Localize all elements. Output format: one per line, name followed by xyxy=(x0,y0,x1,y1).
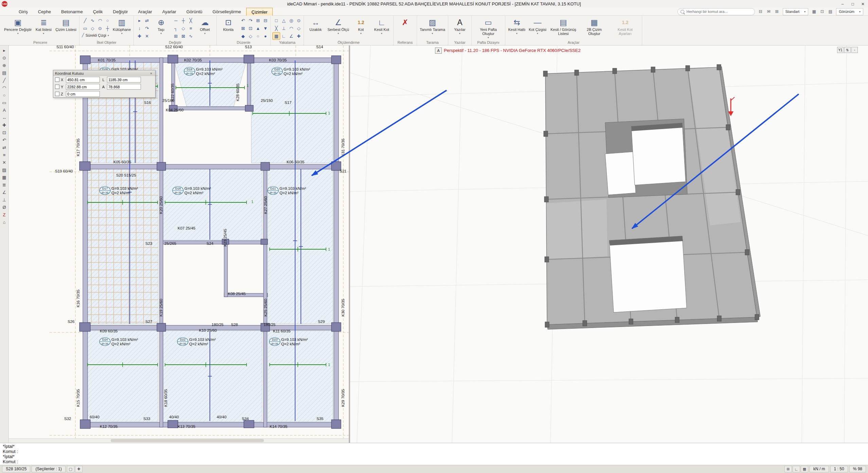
scrollbar-thumb[interactable] xyxy=(111,439,264,442)
tab-Çizimler[interactable]: Çizimler xyxy=(246,8,273,16)
circle-tool-icon[interactable]: ○ xyxy=(1,92,8,98)
klonla-button[interactable]: ⊡Klonla xyxy=(218,17,238,32)
kesit-kot-ayarlari-button[interactable]: 1.2Kesit Kot Ayarları xyxy=(610,17,640,36)
panel-toggle-icon[interactable]: ⊟ xyxy=(757,8,764,15)
osnap-toggle-icon[interactable]: ⊡ xyxy=(818,8,826,15)
erase-icon[interactable]: ✕ xyxy=(143,32,151,40)
yazilar-button[interactable]: AYazılar▾ xyxy=(450,17,470,36)
layers-panel-icon[interactable]: ▤ xyxy=(1,69,8,76)
tab-Betonarme[interactable]: Betonarme xyxy=(56,8,88,15)
group-icon[interactable]: ⊠ xyxy=(239,24,247,32)
command-history[interactable]: *İptal*Komut :*İptal*Komut : xyxy=(0,443,868,465)
rectangle-tool-icon[interactable]: ▭ xyxy=(1,99,8,106)
tab-Ayarlar[interactable]: Ayarlar xyxy=(157,8,181,15)
pan-tool-icon[interactable]: ⊕ xyxy=(1,62,8,69)
align-tool-icon[interactable]: ≡ xyxy=(1,151,8,158)
z-axis-tool-icon[interactable]: Z xyxy=(1,211,8,218)
plan-horizontal-scrollbar[interactable] xyxy=(9,438,349,443)
ungroup-icon[interactable]: ⊡ xyxy=(247,24,254,32)
fillet-icon[interactable]: ┐ xyxy=(172,24,180,32)
selection-filter-icon[interactable]: ▢ xyxy=(67,466,74,472)
region-tool-icon[interactable]: ▦ xyxy=(1,174,8,181)
home-view-icon[interactable]: ⌂ xyxy=(1,219,8,225)
mail-icon[interactable]: ✉ xyxy=(765,8,773,15)
bring-front-icon[interactable]: ▲ xyxy=(254,24,262,32)
select-icon[interactable]: ▸ xyxy=(135,17,143,24)
paste-object-icon[interactable]: ⊟ xyxy=(261,17,269,24)
polar-snap-icon[interactable]: ∠ xyxy=(287,32,295,40)
point-icon[interactable]: ⊙ xyxy=(96,24,104,32)
standart-combo[interactable]: Standart▾ xyxy=(783,8,809,15)
perspective-canvas[interactable] xyxy=(350,46,868,443)
perpendicular-tool-icon[interactable]: ⊥ xyxy=(1,196,8,203)
z-lock-checkbox[interactable] xyxy=(55,92,59,96)
trim-icon[interactable]: ─ xyxy=(172,17,180,24)
unlock-icon[interactable]: ◇ xyxy=(247,32,254,40)
tab-Araçlar[interactable]: Araçlar xyxy=(133,8,157,15)
pick-add-icon[interactable]: ✚ xyxy=(75,466,83,472)
tangent-snap-icon[interactable]: ◠ xyxy=(287,24,295,32)
scale-icon[interactable]: ⊠ xyxy=(179,32,187,40)
endpoint-snap-icon[interactable]: □ xyxy=(272,17,280,24)
x-coordinate-field[interactable] xyxy=(66,77,100,83)
tab-Görselleştirme[interactable]: Görselleştirme xyxy=(207,8,246,15)
y-lock-checkbox[interactable] xyxy=(55,85,59,89)
circle-icon[interactable]: ○ xyxy=(104,17,111,24)
line-icon[interactable]: ╱ xyxy=(81,17,89,24)
tab-Giriş[interactable]: Giriş xyxy=(14,8,33,15)
coordinate-box[interactable]: Koordinat Kutusu × X L Y A Z xyxy=(53,70,156,98)
select-tool-icon[interactable]: ▸ xyxy=(1,47,8,54)
yeni-pafta-olustur-button[interactable]: ▭Yeni Pafta Oluştur▾ xyxy=(473,17,503,40)
mirror-tool-icon[interactable]: ⇄ xyxy=(1,144,8,151)
close-button[interactable]: ✕ xyxy=(858,0,868,8)
l-coordinate-field[interactable] xyxy=(107,77,141,83)
send-back-icon[interactable]: ▼ xyxy=(261,24,269,32)
stretch-icon[interactable]: ↕ xyxy=(135,24,143,32)
arc-tool-icon[interactable]: ◠ xyxy=(1,84,8,91)
chamfer-icon[interactable]: ◇ xyxy=(179,24,187,32)
kesit-gorunus-listesi-button[interactable]: ▤Kesit / Görünüş Listesi xyxy=(548,17,578,36)
z-coordinate-field[interactable] xyxy=(66,91,100,97)
clone-tool-icon[interactable]: ⊡ xyxy=(1,129,8,136)
kutuphane-button[interactable]: ▥Kütüphane▾ xyxy=(112,17,132,36)
rotate-icon[interactable]: ↷ xyxy=(143,24,151,32)
x-lock-checkbox[interactable] xyxy=(55,77,59,82)
gorunum-combo[interactable]: Görünüm▾ xyxy=(836,8,863,15)
polyline-icon[interactable]: ∿ xyxy=(89,17,96,24)
lock-icon[interactable]: ◆ xyxy=(239,32,247,40)
uzaklik-button[interactable]: ↔Uzaklık xyxy=(306,17,325,32)
maximize-button[interactable]: □ xyxy=(848,0,858,8)
tab-Cephe[interactable]: Cephe xyxy=(33,8,56,15)
copy-object-icon[interactable]: ⊞ xyxy=(254,17,262,24)
list-tool-icon[interactable]: ≣ xyxy=(1,181,8,188)
plan-viewport[interactable]: S11 60/40S12 60/40S13S14K01 70/35K02 70/… xyxy=(9,46,349,443)
y-coordinate-field[interactable] xyxy=(66,84,100,90)
hide-icon[interactable]: ○ xyxy=(254,32,262,40)
a-coordinate-field[interactable] xyxy=(107,84,141,90)
zoom-tool-icon[interactable]: ⊙ xyxy=(1,54,8,61)
node-snap-icon[interactable]: ⊙ xyxy=(295,17,303,24)
ortho-status-icon[interactable]: ∟ xyxy=(793,466,800,472)
undo-tool-icon[interactable]: ↶ xyxy=(1,137,8,143)
command-search[interactable] xyxy=(677,8,755,15)
grid-toggle-icon[interactable]: ▦ xyxy=(810,8,818,15)
copy-icon[interactable]: ✚ xyxy=(135,32,143,40)
hatch-tool-icon[interactable]: ▨ xyxy=(1,166,8,173)
grid-snap-icon[interactable]: ▦ xyxy=(272,32,280,40)
angle-tool-icon[interactable]: ∠ xyxy=(1,189,8,196)
snap-settings-icon[interactable]: ✚ xyxy=(295,32,303,40)
coordinate-box-titlebar[interactable]: Koordinat Kutusu × xyxy=(53,70,155,76)
cross-icon[interactable]: ┼ xyxy=(104,24,111,32)
break-icon[interactable]: ╳ xyxy=(187,17,195,24)
array-icon[interactable]: ⊞ xyxy=(172,32,180,40)
show-icon[interactable]: ● xyxy=(261,32,269,40)
layout-icon[interactable]: ⊞ xyxy=(773,8,781,15)
center-snap-icon[interactable]: ◎ xyxy=(287,17,295,24)
kat-listesi-button[interactable]: ≣Kat listesi▾ xyxy=(34,17,53,36)
copy-tool-icon[interactable]: ✚ xyxy=(1,122,8,128)
redo-icon[interactable]: ↷ xyxy=(247,17,254,24)
polygon-icon[interactable]: ◇ xyxy=(89,24,96,32)
grid-status-icon[interactable]: ▦ xyxy=(801,466,808,472)
tab-Görüntü[interactable]: Görüntü xyxy=(181,8,207,15)
erase-tool-icon[interactable]: ✕ xyxy=(1,159,8,166)
